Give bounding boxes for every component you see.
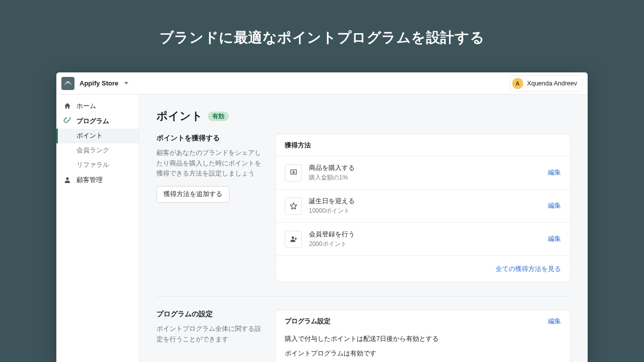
settings-section-desc: ポイントプログラム全体に関する設定を行うことができます bbox=[156, 324, 262, 344]
earn-section-title: ポイントを獲得する bbox=[156, 134, 262, 143]
sidebar-item-customers[interactable]: 顧客管理 bbox=[56, 172, 139, 188]
avatar: A bbox=[512, 78, 523, 89]
app-window: Appify Store A Xquenda Andreev ホーム プログラム bbox=[56, 72, 588, 362]
store-selector[interactable]: Appify Store bbox=[61, 77, 128, 90]
edit-link[interactable]: 編集 bbox=[548, 168, 561, 177]
setting-line: ポイントプログラムは有効です bbox=[276, 347, 570, 362]
hero-title: ブランドに最適なポイントプログラムを設計する bbox=[0, 0, 644, 66]
store-logo-icon bbox=[61, 77, 74, 90]
earn-card-header: 獲得方法 bbox=[276, 134, 570, 156]
star-icon bbox=[285, 198, 302, 215]
svg-point-2 bbox=[291, 236, 294, 239]
earn-row-sub: 購入金額の1% bbox=[309, 173, 541, 182]
edit-link[interactable]: 編集 bbox=[548, 235, 561, 243]
sidebar-item-label: ホーム bbox=[76, 102, 96, 111]
edit-link[interactable]: 編集 bbox=[548, 317, 561, 326]
settings-card: プログラム設定 編集 購入で付与したポイントは配送7日後から有効とする ポイント… bbox=[275, 310, 571, 362]
earn-row: 商品を購入する 購入金額の1% 編集 bbox=[276, 156, 570, 189]
cart-icon bbox=[285, 164, 302, 182]
earn-row: 会員登録を行う 2000ポイント 編集 bbox=[276, 222, 570, 255]
edit-link[interactable]: 編集 bbox=[548, 202, 561, 210]
earn-card-footer: 全ての獲得方法を見る bbox=[276, 255, 570, 282]
sidebar-item-label: プログラム bbox=[76, 117, 109, 126]
earn-row-title: 誕生日を迎える bbox=[309, 197, 541, 206]
view-all-link[interactable]: 全ての獲得方法を見る bbox=[496, 265, 561, 273]
sidebar-item-label: リファラル bbox=[76, 161, 109, 169]
sidebar: ホーム プログラム ポイント 会員ランク リファラル 顧客管理 bbox=[56, 95, 139, 362]
earn-row-title: 商品を購入する bbox=[309, 163, 541, 172]
user-name: Xquenda Andreev bbox=[527, 80, 577, 87]
home-icon bbox=[63, 102, 71, 110]
settings-card-header: プログラム設定 編集 bbox=[276, 310, 570, 332]
svg-point-1 bbox=[66, 177, 68, 180]
sidebar-item-label: ポイント bbox=[76, 132, 103, 140]
settings-section-title: プログラムの設定 bbox=[156, 310, 262, 319]
person-icon bbox=[63, 176, 71, 184]
sidebar-item-label: 顧客管理 bbox=[76, 175, 103, 185]
earn-row: 誕生日を迎える 10000ポイント 編集 bbox=[276, 189, 570, 222]
divider bbox=[156, 296, 571, 297]
earn-row-title: 会員登録を行う bbox=[309, 230, 541, 239]
earn-section: ポイントを獲得する 顧客があなたのブランドをシェアしたり商品を購入した時にポイン… bbox=[156, 134, 571, 282]
sidebar-item-referral[interactable]: リファラル bbox=[56, 158, 139, 172]
earn-row-sub: 10000ポイント bbox=[309, 207, 541, 215]
settings-card-title: プログラム設定 bbox=[285, 317, 331, 326]
chevron-down-icon bbox=[124, 82, 128, 84]
user-menu[interactable]: A Xquenda Andreev bbox=[509, 75, 583, 92]
sidebar-item-rank[interactable]: 会員ランク bbox=[56, 143, 139, 158]
sidebar-item-points[interactable]: ポイント bbox=[56, 129, 139, 143]
earn-card: 獲得方法 商品を購入する 購入金額の1% 編集 bbox=[275, 134, 571, 282]
topbar: Appify Store A Xquenda Andreev bbox=[56, 72, 588, 95]
program-icon bbox=[63, 117, 71, 125]
page-header: ポイント 有効 bbox=[156, 109, 571, 124]
sidebar-item-program[interactable]: プログラム bbox=[56, 114, 139, 129]
sidebar-item-home[interactable]: ホーム bbox=[56, 99, 139, 114]
earn-section-desc: 顧客があなたのブランドをシェアしたり商品を購入した時にポイントを獲得できる方法を… bbox=[156, 148, 262, 179]
earn-row-sub: 2000ポイント bbox=[309, 240, 541, 248]
sidebar-item-label: 会員ランク bbox=[76, 146, 109, 155]
settings-section: プログラムの設定 ポイントプログラム全体に関する設定を行うことができます プログ… bbox=[156, 310, 571, 362]
status-badge: 有効 bbox=[208, 112, 229, 121]
store-name: Appify Store bbox=[79, 79, 118, 87]
setting-line: 購入で付与したポイントは配送7日後から有効とする bbox=[276, 333, 570, 347]
main-content: ポイント 有効 ポイントを獲得する 顧客があなたのブランドをシェアしたり商品を購… bbox=[139, 95, 588, 362]
person-add-icon bbox=[285, 231, 302, 248]
add-earning-button[interactable]: 獲得方法を追加する bbox=[156, 186, 229, 203]
page-title: ポイント bbox=[156, 109, 203, 124]
svg-point-0 bbox=[67, 81, 68, 82]
